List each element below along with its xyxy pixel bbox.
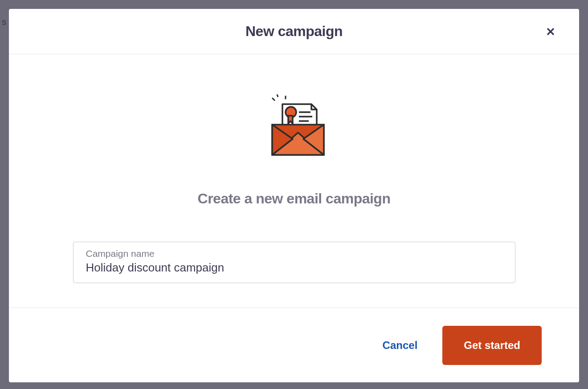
modal-subtitle: Create a new email campaign xyxy=(198,190,391,207)
campaign-name-label: Campaign name xyxy=(86,248,502,259)
new-campaign-modal: New campaign xyxy=(9,9,579,382)
modal-header: New campaign xyxy=(9,9,579,54)
campaign-name-input[interactable] xyxy=(86,261,502,275)
envelope-icon xyxy=(262,94,326,162)
get-started-button[interactable]: Get started xyxy=(442,326,542,365)
close-icon xyxy=(545,26,556,37)
envelope-illustration xyxy=(262,94,326,164)
close-button[interactable] xyxy=(542,23,559,41)
modal-body: Create a new email campaign Campaign nam… xyxy=(9,54,579,308)
campaign-name-input-group[interactable]: Campaign name xyxy=(73,242,515,283)
modal-title: New campaign xyxy=(245,23,343,40)
svg-line-2 xyxy=(272,98,275,101)
cancel-button[interactable]: Cancel xyxy=(383,339,418,352)
background-text-fragment: s xyxy=(2,17,6,27)
svg-line-3 xyxy=(277,94,278,97)
modal-footer: Cancel Get started xyxy=(9,308,579,382)
